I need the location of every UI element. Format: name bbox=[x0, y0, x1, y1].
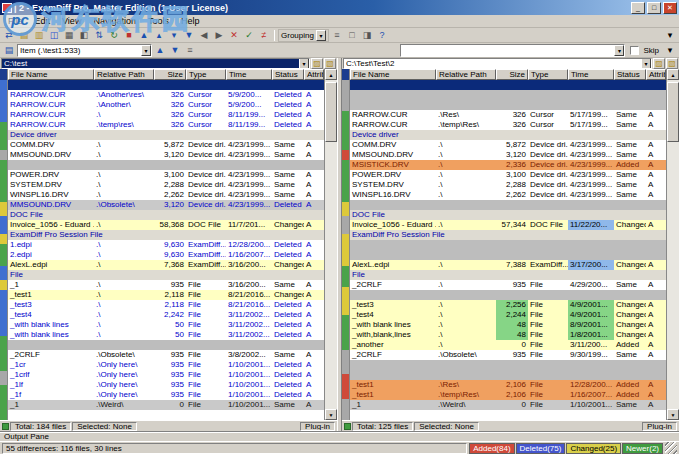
chevron-down-icon[interactable]: ▾ bbox=[141, 45, 151, 56]
menu-view[interactable]: View bbox=[56, 15, 87, 28]
table-row[interactable]: _1f.\Only here\935File1/10/2001...Delete… bbox=[8, 390, 324, 400]
flat-view-icon[interactable]: □ bbox=[345, 29, 359, 42]
table-row[interactable]: _2CRLF.\Obsolete\935File3/8/2002...SameA bbox=[8, 350, 324, 360]
find-next-icon[interactable]: ▼ bbox=[168, 44, 182, 57]
column-header-time[interactable]: Time bbox=[226, 69, 272, 80]
column-header-size[interactable]: Size bbox=[496, 69, 528, 80]
table-row[interactable]: _1lf.\Only here\935File1/10/2001...Delet… bbox=[8, 380, 324, 390]
close-button[interactable]: ✕ bbox=[663, 2, 677, 14]
table-row[interactable]: RARROW.CUR.\Another\res\326Cursor5/9/200… bbox=[8, 90, 324, 100]
table-row[interactable]: _2CRLF.\935File4/29/200...SameA bbox=[350, 280, 666, 290]
table-row[interactable]: DOC File bbox=[8, 210, 324, 220]
copy-to-left-icon[interactable]: ◀ bbox=[197, 29, 211, 42]
table-row[interactable]: _test4.\2,244File4/9/2001...ChangedA bbox=[350, 310, 666, 320]
table-row[interactable] bbox=[8, 340, 324, 350]
table-row[interactable]: 2.edpi.\9,630ExamDiff...1/16/2007...Dele… bbox=[8, 250, 324, 260]
table-row[interactable]: _with blank lines.\50File3/11/2002...Del… bbox=[8, 320, 324, 330]
table-row[interactable] bbox=[350, 200, 666, 210]
table-row[interactable] bbox=[350, 360, 666, 370]
browse-folder-icon[interactable]: ▨ bbox=[311, 58, 323, 69]
first-difference-icon[interactable]: ▲ bbox=[137, 29, 151, 42]
filter-input[interactable] bbox=[401, 45, 614, 56]
column-header-attribu-[interactable]: Attribu... bbox=[646, 69, 666, 80]
table-row[interactable] bbox=[350, 370, 666, 380]
browse-folder-icon[interactable]: ▨ bbox=[653, 58, 665, 69]
table-row[interactable]: AlexL.edpi.\7,388ExamDiff...3/17/200...C… bbox=[350, 260, 666, 270]
table-row[interactable]: _test1.\2,118File8/21/2016...ChangedA bbox=[8, 290, 324, 300]
table-row[interactable] bbox=[350, 100, 666, 110]
maximize-button[interactable]: □ bbox=[647, 2, 661, 14]
find-prev-icon[interactable]: ▲ bbox=[153, 44, 167, 57]
table-row[interactable] bbox=[8, 160, 324, 170]
table-row[interactable]: _test3.\2,256File4/9/2001...ChangedA bbox=[350, 300, 666, 310]
table-row[interactable]: RARROW.CUR.\Another\326Cursor5/9/200...D… bbox=[8, 100, 324, 110]
table-row[interactable]: _with blank lines.\50File3/11/2002...Del… bbox=[8, 330, 324, 340]
scroll-up-icon[interactable]: ▲ bbox=[667, 69, 679, 80]
recent-folders-icon[interactable]: ▧ bbox=[666, 58, 678, 69]
scrollbar-track[interactable] bbox=[667, 80, 679, 409]
table-row[interactable]: Invoice_1056 - Eduard ....\58,368DOC Fil… bbox=[8, 220, 324, 230]
copy-to-right-icon[interactable]: ▶ bbox=[212, 29, 226, 42]
table-row[interactable]: COMM.DRV.\5,872Device dri...4/23/1999...… bbox=[8, 140, 324, 150]
show-identical-icon[interactable]: ✓ bbox=[242, 29, 256, 42]
table-row[interactable]: _test4.\2,242File3/11/2002...DeletedA bbox=[8, 310, 324, 320]
copy-icon[interactable]: ◧ bbox=[77, 29, 91, 42]
diff-map[interactable] bbox=[342, 69, 350, 420]
table-row[interactable] bbox=[350, 290, 666, 300]
menu-navigation[interactable]: Navigation bbox=[87, 15, 142, 28]
table-row[interactable]: _1.\935File3/16/200...SameA bbox=[8, 280, 324, 290]
table-row[interactable]: Device driver bbox=[350, 130, 666, 140]
last-difference-icon[interactable]: ▼ bbox=[182, 29, 196, 42]
column-header-type[interactable]: Type bbox=[528, 69, 568, 80]
table-row[interactable]: MMSOUND.DRV.\3,120Device dri...4/23/1999… bbox=[350, 150, 666, 160]
vertical-scrollbar[interactable]: ▲ ▼ bbox=[666, 69, 679, 420]
table-row[interactable]: _1crlf.\Only here\935File1/10/2001...Del… bbox=[8, 370, 324, 380]
resize-grip[interactable] bbox=[665, 442, 677, 454]
vertical-scrollbar[interactable]: ▲ ▼ bbox=[324, 69, 337, 420]
table-row[interactable]: MMSOUND.DRV.\Obsolete\3,120Device dri...… bbox=[8, 200, 324, 210]
recent-folders-icon[interactable]: ▧ bbox=[324, 58, 336, 69]
column-header-relative-path[interactable]: Relative Path bbox=[436, 69, 496, 80]
table-row[interactable]: _test1.\temp\Res\2,106File1/16/2007...Ad… bbox=[350, 390, 666, 400]
right-path-combo[interactable]: C:\Test\Test\2 ▾ bbox=[343, 58, 652, 69]
table-row[interactable]: Invoice_1056 - Eduard ....\57,344DOC Fil… bbox=[350, 220, 666, 230]
column-header-file-name[interactable]: File Name bbox=[8, 69, 94, 80]
refresh-icon[interactable]: ↻ bbox=[107, 29, 121, 42]
column-header-file-name[interactable]: File Name bbox=[350, 69, 436, 80]
toolbar-overflow-icon[interactable]: ▾ bbox=[663, 29, 677, 42]
column-header-attribu-[interactable]: Attribu... bbox=[304, 69, 324, 80]
column-header-type[interactable]: Type bbox=[186, 69, 226, 80]
table-row[interactable]: File bbox=[350, 270, 666, 280]
table-row[interactable]: AlexL.edpi.\7,368ExamDiff...3/16/200...C… bbox=[8, 260, 324, 270]
table-row[interactable]: _test1.\Res\2,106File12/28/200...AddedA bbox=[350, 380, 666, 390]
menu-edit[interactable]: Edit bbox=[29, 15, 57, 28]
scrollbar-thumb[interactable] bbox=[667, 82, 679, 142]
previous-difference-icon[interactable]: ▴ bbox=[152, 29, 166, 42]
column-header-relative-path[interactable]: Relative Path bbox=[94, 69, 154, 80]
table-row[interactable]: POWER.DRV.\3,100Device dri...4/23/1999..… bbox=[8, 170, 324, 180]
table-row[interactable]: DOC File bbox=[350, 210, 666, 220]
print-icon[interactable]: ▦ bbox=[62, 29, 76, 42]
save-icon[interactable]: ◫ bbox=[47, 29, 61, 42]
stop-icon[interactable]: ■ bbox=[122, 29, 136, 42]
options-icon[interactable]: ◨ bbox=[360, 29, 374, 42]
find-combo[interactable]: ▾ bbox=[17, 44, 152, 57]
diff-map[interactable] bbox=[0, 69, 8, 420]
view-options-icon[interactable]: ≡ bbox=[183, 44, 197, 57]
menu-help[interactable]: Help bbox=[175, 15, 206, 28]
delete-file-icon[interactable]: ✕ bbox=[227, 29, 241, 42]
table-row[interactable]: _test3.\2,118File8/21/2016...DeletedA bbox=[8, 300, 324, 310]
scroll-up-icon[interactable]: ▲ bbox=[325, 69, 337, 80]
table-row[interactable]: SYSTEM.DRV.\2,288Device dri...4/23/1999.… bbox=[350, 180, 666, 190]
chevron-down-icon[interactable]: ▾ bbox=[641, 58, 651, 69]
table-row[interactable] bbox=[350, 90, 666, 100]
table-row[interactable]: _another.\0File3/11/200...AddedA bbox=[350, 340, 666, 350]
table-row[interactable]: WINSPL16.DRV.\2,262Device dri...4/23/199… bbox=[350, 190, 666, 200]
scroll-down-icon[interactable]: ▼ bbox=[667, 409, 679, 420]
table-row[interactable]: ExamDiff Pro Session File bbox=[350, 230, 666, 240]
filter-combo[interactable]: ▾ bbox=[400, 44, 625, 57]
column-header-size[interactable]: Size bbox=[154, 69, 186, 80]
table-row[interactable]: MMSOUND.DRV.\3,120Device dri...4/23/1999… bbox=[8, 150, 324, 160]
table-row[interactable]: _1.\Weird\0File1/10/2001...SameA bbox=[8, 400, 324, 410]
table-row[interactable]: MSISTICK.DRV.\2,336Device dri...4/23/199… bbox=[350, 160, 666, 170]
